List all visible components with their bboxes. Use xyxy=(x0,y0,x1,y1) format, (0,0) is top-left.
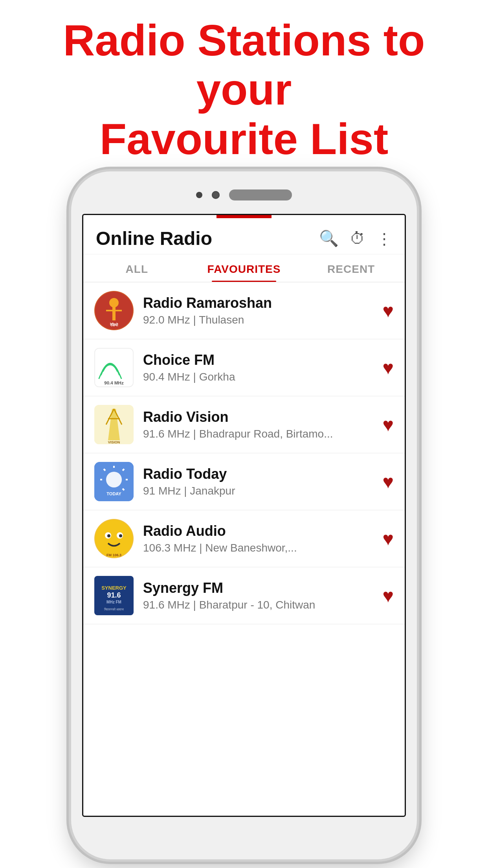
phone-shell: Online Radio 🔍 ⏱ ⋮ ALL FAVOURITES RECENT xyxy=(71,171,417,859)
station-info-vision: Radio Vision 91.6 MHz | Bhadrapur Road, … xyxy=(143,409,373,440)
station-logo-audio: FM 106.3 xyxy=(94,519,134,558)
station-logo-vision: VISION xyxy=(94,405,134,444)
svg-text:TODAY: TODAY xyxy=(106,491,121,496)
svg-line-16 xyxy=(123,469,124,471)
tab-favourites[interactable]: FAVOURITES xyxy=(191,254,298,282)
station-info-audio: Radio Audio 106.3 MHz | New Baneshwor,..… xyxy=(143,523,373,554)
svg-text:MHz FM: MHz FM xyxy=(106,600,121,604)
station-logo-synergy: SYNERGY 91.6 MHz FM चितवनको आवाज xyxy=(94,576,134,615)
svg-point-25 xyxy=(107,534,110,537)
station-logo-today: TODAY xyxy=(94,462,134,501)
toolbar-icons: 🔍 ⏱ ⋮ xyxy=(319,229,392,248)
phone-camera-lens xyxy=(212,191,220,199)
svg-rect-2 xyxy=(112,307,116,320)
station-name-audio: Radio Audio xyxy=(143,523,373,539)
station-details-ramaroshan: 92.0 MHz | Thulasen xyxy=(143,314,373,326)
svg-text:VISION: VISION xyxy=(108,440,120,444)
screen-indicator-bar xyxy=(216,215,272,218)
svg-point-22 xyxy=(95,520,133,557)
station-item-synergy[interactable]: SYNERGY 91.6 MHz FM चितवनको आवाज Synergy… xyxy=(83,567,405,624)
page-header: Radio Stations to your Favourite List xyxy=(0,0,488,171)
svg-text:91.6: 91.6 xyxy=(107,591,121,599)
svg-point-26 xyxy=(119,534,122,537)
svg-line-19 xyxy=(104,469,105,471)
favourite-button-ramaroshan[interactable]: ♥ xyxy=(383,300,394,322)
station-item-vision[interactable]: VISION Radio Vision 91.6 MHz | Bhadrapur… xyxy=(83,396,405,453)
station-details-today: 91 MHz | Janakpur xyxy=(143,485,373,497)
tab-recent[interactable]: RECENT xyxy=(297,254,405,282)
search-icon[interactable]: 🔍 xyxy=(319,229,339,248)
station-info-today: Radio Today 91 MHz | Janakpur xyxy=(143,466,373,497)
station-details-audio: 106.3 MHz | New Baneshwor,... xyxy=(143,542,373,554)
phone-screen: Online Radio 🔍 ⏱ ⋮ ALL FAVOURITES RECENT xyxy=(82,214,406,817)
svg-text:90.4 MHz: 90.4 MHz xyxy=(104,381,124,386)
station-name-vision: Radio Vision xyxy=(143,409,373,425)
station-name-today: Radio Today xyxy=(143,466,373,482)
station-details-vision: 91.6 MHz | Bhadrapur Road, Birtamo... xyxy=(143,428,373,440)
phone-top-bar xyxy=(71,171,417,219)
svg-point-14 xyxy=(106,472,122,487)
station-logo-ramaroshan: रेडियो xyxy=(94,291,134,330)
favourite-button-today[interactable]: ♥ xyxy=(383,471,394,493)
svg-text:रेडियो: रेडियो xyxy=(110,322,118,327)
station-logo-choice: 90.4 MHz xyxy=(94,348,134,387)
favourite-button-choice[interactable]: ♥ xyxy=(383,357,394,379)
station-name-synergy: Synergy FM xyxy=(143,580,373,596)
favourite-button-synergy[interactable]: ♥ xyxy=(383,585,394,607)
tab-bar: ALL FAVOURITES RECENT xyxy=(83,254,405,282)
svg-point-1 xyxy=(109,298,119,307)
station-info-ramaroshan: Radio Ramaroshan 92.0 MHz | Thulasen xyxy=(143,295,373,326)
app-title: Online Radio xyxy=(96,228,319,249)
station-name-choice: Choice FM xyxy=(143,352,373,368)
svg-text:चितवनको आवाज: चितवनको आवाज xyxy=(104,607,124,611)
svg-text:SYNERGY: SYNERGY xyxy=(101,585,127,591)
header-title: Radio Stations to your Favourite List xyxy=(16,16,472,164)
station-details-synergy: 91.6 MHz | Bharatpur - 10, Chitwan xyxy=(143,599,373,611)
svg-text:FM 106.3: FM 106.3 xyxy=(106,553,121,557)
favourite-button-vision[interactable]: ♥ xyxy=(383,414,394,436)
station-details-choice: 90.4 MHz | Gorkha xyxy=(143,371,373,383)
station-item-ramaroshan[interactable]: रेडियो Radio Ramaroshan 92.0 MHz | Thula… xyxy=(83,282,405,339)
timer-icon[interactable]: ⏱ xyxy=(350,230,365,247)
station-name-ramaroshan: Radio Ramaroshan xyxy=(143,295,373,311)
phone-speaker xyxy=(229,189,292,200)
station-info-choice: Choice FM 90.4 MHz | Gorkha xyxy=(143,352,373,383)
station-list: रेडियो Radio Ramaroshan 92.0 MHz | Thula… xyxy=(83,282,405,624)
station-item-choice[interactable]: 90.4 MHz Choice FM 90.4 MHz | Gorkha ♥ xyxy=(83,339,405,396)
phone-front-camera xyxy=(196,192,202,198)
app-toolbar: Online Radio 🔍 ⏱ ⋮ xyxy=(83,218,405,254)
station-info-synergy: Synergy FM 91.6 MHz | Bharatpur - 10, Ch… xyxy=(143,580,373,611)
more-menu-icon[interactable]: ⋮ xyxy=(376,230,392,248)
station-item-audio[interactable]: FM 106.3 Radio Audio 106.3 MHz | New Ban… xyxy=(83,510,405,567)
station-item-today[interactable]: TODAY Radio Today 91 MHz | Janakpur ♥ xyxy=(83,453,405,510)
svg-line-18 xyxy=(123,489,124,490)
favourite-button-audio[interactable]: ♥ xyxy=(383,528,394,550)
tab-all[interactable]: ALL xyxy=(83,254,191,282)
